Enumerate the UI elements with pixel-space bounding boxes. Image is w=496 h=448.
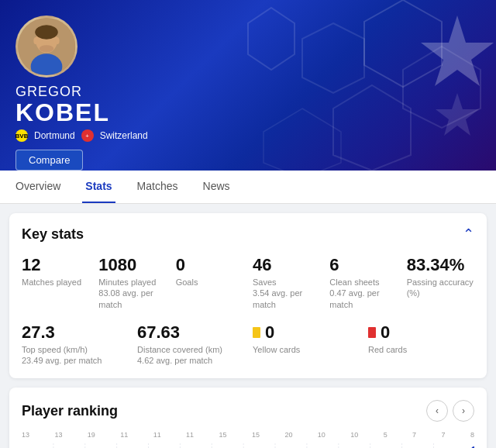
ranking-label: 15 [219,431,227,439]
club-name: Dortmund [34,130,75,141]
ranking-chart: 13131911111115152010105778 [22,431,474,448]
ranking-header: Player ranking ‹ › [22,400,474,422]
stat-matches-played: 12 Matches played [22,255,89,310]
ranking-label: 7 [412,431,416,439]
svg-point-10 [35,25,58,40]
ranking-line-area [22,442,474,448]
stat-value: 6 [329,255,397,275]
stat-value: 67.63 [137,322,243,343]
tab-overview[interactable]: Overview [12,171,64,203]
stat-label: Minutes played 83.08 avg. per match [98,277,166,310]
section-header: Key stats ⌃ [22,226,474,243]
swiss-badge: + [81,129,94,142]
stat-top-speed: 27.3 Top speed (km/h) 23.49 avg. per mat… [22,322,128,367]
dortmund-badge: BVB [16,129,28,142]
ranking-next-button[interactable]: › [453,400,474,422]
hero-content: GREGOR KOBEL BVB Dortmund + Switzerland … [16,16,480,171]
stat-label: Top speed (km/h) 23.49 avg. per match [22,344,128,367]
compare-button[interactable]: Compare [16,150,83,171]
stat-passing-accuracy: 83.34% Passing accuracy (%) [407,255,474,310]
ranking-label: 15 [252,431,260,439]
stats-row-2: 27.3 Top speed (km/h) 23.49 avg. per mat… [22,322,474,367]
ranking-label: 10 [350,431,358,439]
red-card-icon [368,327,376,338]
svg-point-12 [33,37,38,44]
stat-label: Goals [176,277,243,288]
stat-value: 0 [368,322,474,343]
ranking-label: 10 [318,431,326,439]
tab-news[interactable]: News [200,171,233,203]
stat-value: 46 [253,255,320,275]
stat-label: Distance covered (km) 4.62 avg. per matc… [137,344,243,367]
stat-label: Clean sheets 0.47 avg. per match [329,277,397,310]
collapse-icon[interactable]: ⌃ [463,226,474,243]
svg-point-13 [55,37,60,44]
stats-row-1: 12 Matches played 1080 Minutes played 83… [22,255,474,310]
yellow-card-icon [253,327,260,338]
stat-red-cards: 0 Red cards [368,322,474,367]
stat-value: 0 [176,255,243,275]
ranking-title: Player ranking [22,403,118,419]
stat-minutes-played: 1080 Minutes played 83.08 avg. per match [98,255,166,310]
player-first-name: GREGOR [16,84,480,100]
ranking-label: 7 [441,431,445,439]
section-title: Key stats [22,226,84,243]
ranking-label: 19 [88,431,95,439]
stat-clean-sheets: 6 Clean sheets 0.47 avg. per match [329,255,397,310]
stat-value: 83.34% [407,255,474,275]
stat-value: 0 [253,322,359,343]
ranking-label: 20 [284,431,292,439]
ranking-prev-button[interactable]: ‹ [426,400,448,422]
stat-saves: 46 Saves 3.54 avg. per match [253,255,320,310]
country-name: Switzerland [100,130,148,141]
ranking-label: 13 [22,431,29,439]
hero-banner: GREGOR KOBEL BVB Dortmund + Switzerland … [0,0,496,171]
player-last-name: KOBEL [16,100,480,125]
stat-value: 12 [22,255,89,275]
stat-value: 27.3 [22,322,128,343]
tabs-bar: Overview Stats Matches News [0,171,496,204]
avatar [16,16,78,78]
stat-yellow-cards: 0 Yellow cards [253,322,359,367]
stat-value: 1080 [98,255,166,275]
ranking-label: 13 [54,431,62,439]
tab-matches[interactable]: Matches [134,171,181,203]
ranking-label: 5 [384,431,388,439]
ranking-label: 11 [120,431,128,439]
stat-distance-covered: 67.63 Distance covered (km) 4.62 avg. pe… [137,322,243,367]
svg-point-14 [40,45,54,52]
stat-label: Saves 3.54 avg. per match [253,277,320,310]
stat-label: Red cards [368,344,474,355]
tab-stats[interactable]: Stats [82,171,115,203]
ranking-label: 8 [470,431,474,439]
ranking-labels: 13131911111115152010105778 [22,431,474,439]
ranking-nav: ‹ › [426,400,474,422]
stat-label: Passing accuracy (%) [407,277,474,299]
ranking-label: 11 [153,431,161,439]
stat-goals: 0 Goals [176,255,243,310]
ranking-label: 11 [186,431,194,439]
key-stats-section: Key stats ⌃ 12 Matches played 1080 Minut… [9,213,487,378]
stat-label: Matches played [22,277,89,288]
player-clubs: BVB Dortmund + Switzerland [16,129,480,142]
player-ranking-section: Player ranking ‹ › 131319111111151520101… [9,388,487,448]
stat-label: Yellow cards [253,344,359,355]
